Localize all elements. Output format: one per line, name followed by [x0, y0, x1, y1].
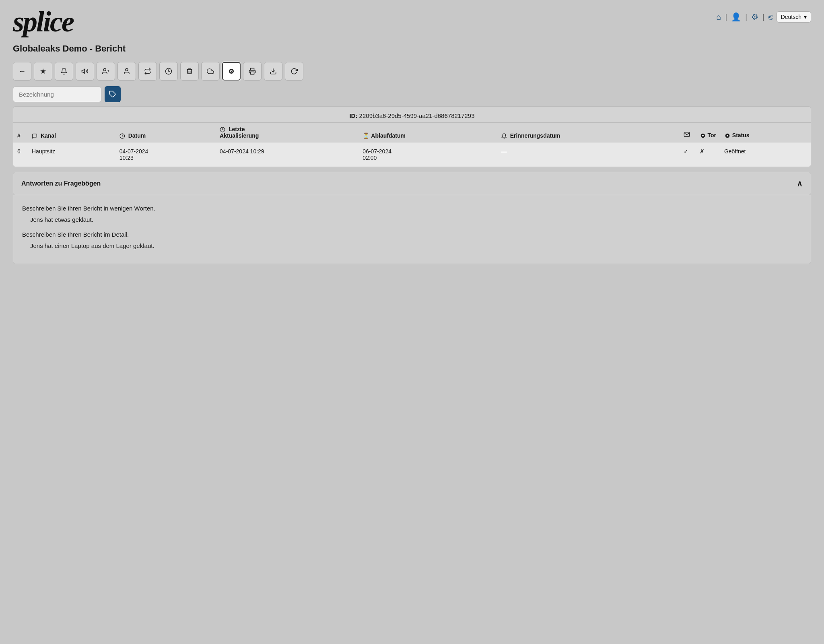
- transfer-button[interactable]: [138, 62, 157, 80]
- page-title: Globaleaks Demo - Bericht: [0, 36, 824, 58]
- erinnerung-icon: [501, 132, 509, 139]
- logo: splice: [13, 7, 73, 36]
- cell-kanal: Hauptsitz: [28, 142, 115, 167]
- datum-icon: [119, 132, 127, 139]
- table-row: 6 Hauptsitz 04-07-202410:23 04-07-2024 1…: [13, 142, 811, 167]
- volume-button[interactable]: [76, 62, 94, 80]
- person-button[interactable]: [117, 62, 136, 80]
- print-button[interactable]: [243, 62, 262, 80]
- report-id-value: 2209b3a6-29d5-4599-aa21-d68678217293: [359, 112, 475, 119]
- divider-1: |: [725, 13, 728, 21]
- col-header-letzte: LetzteAktualisierung: [216, 123, 358, 142]
- col-header-email: [680, 123, 696, 142]
- download-button[interactable]: [264, 62, 282, 80]
- cell-letzte: 04-07-2024 10:29: [216, 142, 358, 167]
- svg-marker-0: [82, 69, 85, 74]
- trash-button[interactable]: [180, 62, 199, 80]
- search-row: [13, 86, 811, 102]
- cell-hash: 6: [13, 142, 28, 167]
- favorite-button[interactable]: ★: [34, 62, 52, 80]
- search-input[interactable]: [13, 87, 101, 102]
- questionnaire-section-header[interactable]: Antworten zu Fragebögen ∧: [13, 172, 811, 195]
- tag-button[interactable]: [105, 86, 121, 102]
- svg-rect-9: [251, 72, 254, 74]
- col-header-ablauf: ⏳Ablaufdatum: [358, 123, 497, 142]
- letzte-icon: [220, 126, 227, 132]
- back-button[interactable]: ←: [13, 62, 31, 80]
- logout-icon[interactable]: ⎋: [767, 12, 775, 23]
- cell-tor: ✗: [696, 142, 720, 167]
- cell-erinnerung: —: [497, 142, 680, 167]
- ablauf-icon: ⏳: [363, 132, 369, 139]
- divider-3: |: [762, 13, 765, 21]
- report-card: ID: 2209b3a6-29d5-4599-aa21-d68678217293…: [13, 106, 811, 167]
- svg-point-1: [103, 68, 106, 71]
- home-icon[interactable]: ⌂: [715, 12, 723, 23]
- col-header-kanal: Kanal: [28, 123, 115, 142]
- col-header-status: Status: [720, 123, 811, 142]
- svg-point-8: [231, 71, 232, 72]
- main-content: ID: 2209b3a6-29d5-4599-aa21-d68678217293…: [13, 86, 811, 264]
- refresh-button[interactable]: [285, 62, 303, 80]
- cell-datum: 04-07-202410:23: [115, 142, 216, 167]
- divider-2: |: [744, 13, 748, 21]
- svg-point-4: [126, 68, 128, 71]
- questionnaire-title: Antworten zu Fragebögen: [21, 180, 101, 187]
- qa-question-2: Beschreiben Sie Ihren Bericht im Detail.: [22, 229, 802, 240]
- header: splice ⌂ | 👤 | ⚙ | ⎋ Deutsch ▾: [0, 0, 824, 36]
- language-selector[interactable]: Deutsch ▾: [777, 11, 811, 23]
- questionnaire-body: Beschreiben Sie Ihren Bericht in wenigen…: [13, 195, 811, 264]
- cloud-button[interactable]: [201, 62, 220, 80]
- chevron-up-icon: ∧: [797, 179, 803, 188]
- cell-email: ✓: [680, 142, 696, 167]
- top-nav: ⌂ | 👤 | ⚙ | ⎋ Deutsch ▾: [715, 11, 811, 23]
- qa-question-1: Beschreiben Sie Ihren Bericht in wenigen…: [22, 203, 802, 214]
- record-button[interactable]: [222, 62, 241, 80]
- notification-button[interactable]: [55, 62, 73, 80]
- kanal-icon: [32, 132, 39, 139]
- chevron-down-icon: ▾: [804, 14, 807, 20]
- report-id-row: ID: 2209b3a6-29d5-4599-aa21-d68678217293: [13, 107, 811, 122]
- toolbar: ← ★: [0, 58, 824, 85]
- user-icon[interactable]: 👤: [729, 11, 743, 23]
- qa-answer-2: Jens hat einen Laptop aus dem Lager gekl…: [22, 241, 802, 251]
- report-table: # Kanal Datum LetzteAktua: [13, 122, 811, 167]
- settings-icon[interactable]: ⚙: [750, 11, 760, 23]
- clock-button[interactable]: [159, 62, 178, 80]
- qa-answer-1: Jens hat etwas geklaut.: [22, 215, 802, 225]
- cell-status: Geöffnet: [720, 142, 811, 167]
- add-person-button[interactable]: [97, 62, 115, 80]
- col-header-erinnerung: Erinnerungsdatum: [497, 123, 680, 142]
- cell-ablauf: 06-07-202402:00: [358, 142, 497, 167]
- table-header-row: # Kanal Datum LetzteAktua: [13, 123, 811, 142]
- svg-point-17: [727, 135, 728, 136]
- qa-pair-1: Beschreiben Sie Ihren Bericht in wenigen…: [22, 203, 802, 225]
- col-header-datum: Datum: [115, 123, 216, 142]
- col-header-hash: #: [13, 123, 28, 142]
- col-header-tor: Tor: [696, 123, 720, 142]
- svg-point-15: [702, 135, 704, 136]
- qa-pair-2: Beschreiben Sie Ihren Bericht im Detail.…: [22, 229, 802, 251]
